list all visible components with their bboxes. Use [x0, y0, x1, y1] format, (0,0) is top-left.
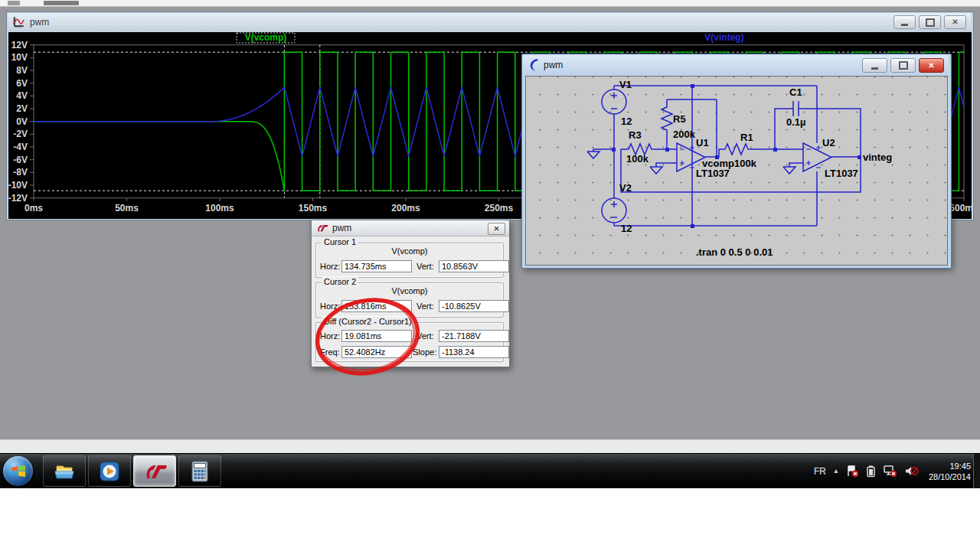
r3-value: 100k: [626, 153, 649, 165]
x-tick-label: 150ms: [299, 203, 328, 214]
diff-vert-field[interactable]: [439, 330, 509, 342]
y-tick-label: 8V: [16, 65, 28, 76]
clock-time: 19:45: [929, 461, 971, 471]
x-tick-label: 100ms: [205, 203, 234, 214]
v1-value: 12: [621, 116, 632, 127]
diff-group: Diff (Cursor2 - Cursor1) Horz: Vert: Fre…: [315, 322, 504, 362]
v1-source[interactable]: [602, 90, 626, 114]
schematic-canvas[interactable]: V1 12 R3 100k R5 200k U1 vcomp LT1037 R1…: [525, 76, 948, 266]
diff-slope-field[interactable]: [439, 346, 509, 358]
taskbar-ltspice-button[interactable]: [133, 455, 176, 487]
horz-label: Horz:: [320, 331, 340, 341]
start-button[interactable]: [3, 456, 33, 486]
action-center-flag-icon[interactable]: [846, 465, 859, 478]
cursor2-vert-field[interactable]: [439, 300, 509, 312]
close-button[interactable]: ✕: [944, 15, 966, 29]
desktop-screen: pwm ✕ 12V10V8V6V4V2V0V-2V-4V-6V-8V-10V-1…: [0, 0, 980, 551]
battery-icon[interactable]: [866, 465, 876, 478]
y-tick-label: -6V: [13, 155, 28, 165]
windows-flag-icon: [11, 465, 25, 477]
waveform-titlebar[interactable]: pwm ✕: [8, 13, 971, 31]
cursor2-group: Cursor 2 V(vcomp) Horz: Vert:: [315, 282, 504, 318]
vert-label: Vert:: [416, 331, 434, 341]
restore-button[interactable]: [890, 58, 916, 73]
restore-button[interactable]: [919, 15, 941, 29]
show-desktop-button[interactable]: [973, 454, 980, 488]
ltspice-logo: [142, 462, 168, 481]
group-label: Diff (Cursor2 - Cursor1): [322, 317, 414, 326]
taskbar-explorer-button[interactable]: [43, 455, 86, 487]
close-button[interactable]: ✕: [488, 223, 505, 235]
v2-label: V2: [619, 182, 632, 194]
dialog-title: pwm: [332, 223, 351, 233]
calculator-icon: [191, 461, 208, 482]
schematic-window: pwm ✕: [521, 54, 952, 269]
horz-label: Horz:: [320, 302, 340, 311]
group-label: Cursor 1: [322, 237, 358, 246]
y-tick-label: -4V: [13, 142, 28, 152]
cursor1-horz-field[interactable]: [341, 260, 412, 272]
legend-vvcomp[interactable]: V(vcomp): [245, 32, 287, 43]
network-icon[interactable]: [883, 465, 897, 478]
x-tick-label: 50ms: [115, 203, 139, 214]
cursor2-horz-field[interactable]: [341, 300, 412, 312]
cursor1-vert-field[interactable]: [439, 260, 509, 272]
vert-label: Vert:: [416, 262, 434, 271]
cursor1-signal: V(vcomp): [316, 246, 503, 256]
minimize-button[interactable]: [893, 15, 916, 29]
vert-label: Vert:: [416, 302, 434, 311]
tran-directive: .tran 0 0.5 0 0.01: [696, 246, 773, 258]
r3-label: R3: [629, 129, 642, 141]
x-tick-label: 200ms: [391, 203, 420, 214]
taskbar-calculator-button[interactable]: [178, 455, 221, 487]
taskbar-media-player-button[interactable]: [88, 455, 131, 487]
clock[interactable]: 19:45 28/10/2014: [929, 461, 971, 482]
y-tick-label: 2V: [16, 103, 28, 114]
minimize-button[interactable]: [862, 58, 887, 73]
cursor1-group: Cursor 1 V(vcomp) Horz: Vert:: [315, 243, 504, 278]
u2-label: U2: [822, 137, 835, 148]
v2-source[interactable]: [602, 198, 626, 223]
v1-label: V1: [619, 79, 632, 90]
group-label: Cursor 2: [322, 277, 358, 286]
system-tray: FR ▲ 1: [814, 454, 971, 488]
cursor-dialog-titlebar[interactable]: pwm ✕: [312, 220, 509, 236]
diff-horz-field[interactable]: [341, 330, 412, 342]
close-button[interactable]: ✕: [919, 58, 944, 73]
minimize-icon: [901, 24, 908, 26]
y-tick-label: 10V: [11, 52, 28, 63]
status-strip: [0, 439, 980, 455]
cursor-dialog: pwm ✕ Cursor 1 V(vcomp) Horz: Vert: Curs…: [311, 220, 510, 367]
volume-muted-icon[interactable]: [904, 465, 919, 478]
minimize-icon: [871, 67, 878, 70]
tab-fragment: [8, 1, 20, 5]
restore-icon: [899, 61, 908, 70]
slope-label: Slope:: [413, 347, 436, 357]
r5-label: R5: [673, 113, 686, 125]
tab-fragment: [44, 1, 79, 5]
legend-vvinteg[interactable]: V(vinteg): [704, 32, 743, 43]
close-icon: ✕: [952, 18, 958, 26]
window-title: pwm: [544, 60, 563, 70]
v2-value: 12: [621, 223, 632, 234]
language-indicator[interactable]: FR: [814, 466, 826, 477]
y-tick-label: -2V: [13, 129, 28, 139]
x-tick-label: 250ms: [485, 203, 514, 214]
freq-label: Freq:: [320, 347, 340, 357]
horz-label: Horz:: [320, 262, 340, 271]
diff-freq-field[interactable]: [341, 346, 412, 358]
taskbar: FR ▲ 1: [0, 453, 980, 488]
vinteg-net-label: vinteg: [863, 152, 892, 163]
cropped-tab-strip: [0, 0, 980, 7]
r1-label: R1: [740, 132, 753, 143]
schematic-titlebar[interactable]: pwm ✕: [523, 55, 949, 74]
c1-label: C1: [789, 86, 802, 98]
r5-value: 200k: [673, 129, 696, 140]
hidden-icons-button[interactable]: ▲: [833, 468, 839, 474]
y-tick-label: -10V: [8, 180, 28, 191]
y-tick-label: 12V: [11, 40, 28, 51]
r1-value: 100k: [734, 158, 757, 169]
clock-date: 28/10/2014: [929, 471, 971, 482]
close-icon: ✕: [494, 225, 500, 233]
y-tick-label: 4V: [16, 90, 28, 101]
